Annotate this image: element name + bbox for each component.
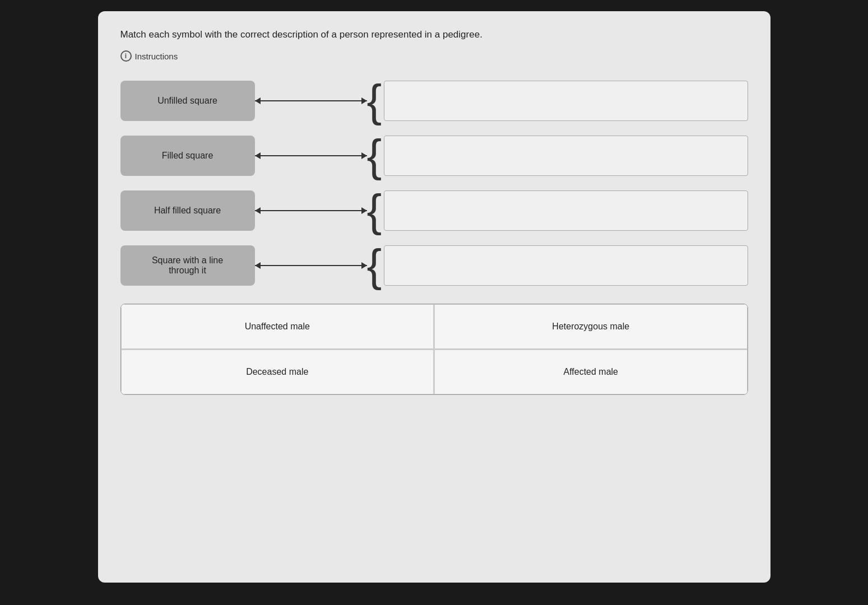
match-row-3: Half filled square {: [120, 188, 748, 233]
page-instruction: Match each symbol with the correct descr…: [120, 29, 748, 40]
symbol-filled-square: Filled square: [120, 136, 255, 176]
info-icon: i: [120, 50, 132, 62]
matching-area: Unfilled square { Filled square {: [120, 78, 748, 288]
answer-row-top: Unaffected male Heterozygous male: [121, 304, 748, 349]
arrow-line-1: [255, 100, 367, 101]
answer-row-bottom: Deceased male Affected male: [121, 349, 748, 394]
instructions-label: Instructions: [135, 52, 178, 61]
arrow-3: [255, 210, 367, 211]
drop-zone-2[interactable]: [384, 136, 748, 176]
bracket-3: {: [367, 188, 382, 233]
match-row-1: Unfilled square {: [120, 78, 748, 123]
arrow-line-2: [255, 155, 367, 156]
arrow-line-3: [255, 210, 367, 211]
answer-deceased-male[interactable]: Deceased male: [121, 350, 434, 394]
match-row-2: Filled square {: [120, 133, 748, 178]
symbol-half-filled-square: Half filled square: [120, 190, 255, 231]
main-container: Match each symbol with the correct descr…: [98, 11, 770, 583]
match-row-4: Square with a line through it {: [120, 243, 748, 288]
arrow-line-4: [255, 265, 367, 266]
symbol-square-line: Square with a line through it: [120, 245, 255, 286]
answer-unaffected-male[interactable]: Unaffected male: [121, 304, 434, 349]
bracket-1: {: [367, 78, 382, 123]
bracket-drop-1: {: [367, 78, 748, 123]
symbol-unfilled-square: Unfilled square: [120, 81, 255, 121]
drop-zone-1[interactable]: [384, 81, 748, 121]
drop-zone-4[interactable]: [384, 245, 748, 286]
bracket-4: {: [367, 243, 382, 288]
instructions-link[interactable]: i Instructions: [120, 50, 748, 62]
bracket-2: {: [367, 133, 382, 178]
answer-heterozygous-male[interactable]: Heterozygous male: [434, 304, 748, 349]
arrow-2: [255, 155, 367, 156]
arrow-1: [255, 100, 367, 101]
bracket-drop-4: {: [367, 243, 748, 288]
arrow-4: [255, 265, 367, 266]
bracket-drop-3: {: [367, 188, 748, 233]
bracket-drop-2: {: [367, 133, 748, 178]
answer-area: Unaffected male Heterozygous male Deceas…: [120, 304, 748, 395]
answer-affected-male[interactable]: Affected male: [434, 350, 748, 394]
drop-zone-3[interactable]: [384, 190, 748, 231]
